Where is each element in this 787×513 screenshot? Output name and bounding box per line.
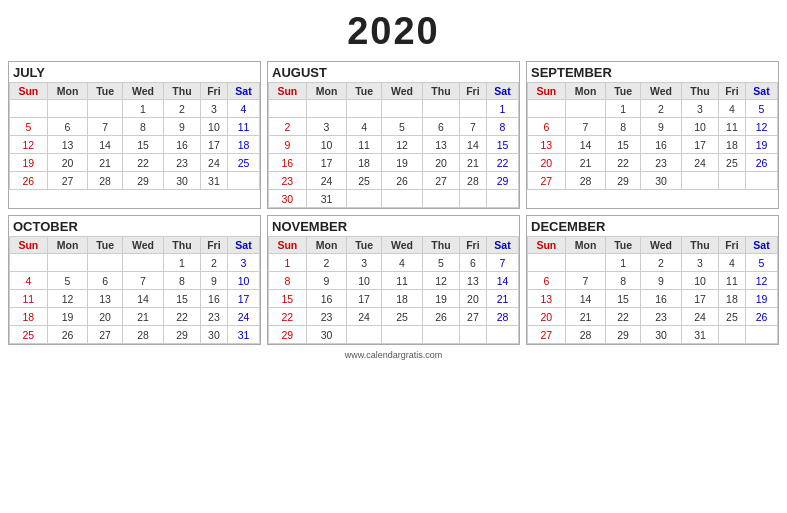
calendar-day [269, 100, 307, 118]
calendar-day: 8 [606, 118, 641, 136]
calendar-day: 28 [565, 172, 606, 190]
calendar-day: 18 [347, 154, 382, 172]
calendar-day [486, 190, 518, 208]
day-header-wed: Wed [122, 83, 163, 100]
month-title: OCTOBER [9, 216, 260, 236]
calendar-day: 23 [306, 308, 347, 326]
calendar-day [347, 100, 382, 118]
calendar-day: 31 [200, 172, 227, 190]
calendar-day: 14 [565, 136, 606, 154]
calendar-day: 26 [745, 308, 777, 326]
day-header-fri: Fri [200, 237, 227, 254]
calendar-day [10, 100, 48, 118]
month-block-november: NOVEMBERSunMonTueWedThuFriSat12345678910… [267, 215, 520, 345]
calendar-day: 30 [306, 326, 347, 344]
month-title: JULY [9, 62, 260, 82]
calendar-day: 25 [347, 172, 382, 190]
calendar-day: 3 [200, 100, 227, 118]
calendar-day: 13 [528, 136, 566, 154]
calendar-day: 2 [640, 254, 681, 272]
day-header-tue: Tue [606, 83, 641, 100]
calendar-day: 1 [606, 254, 641, 272]
month-block-december: DECEMBERSunMonTueWedThuFriSat12345678910… [526, 215, 779, 345]
calendar-day: 12 [423, 272, 460, 290]
day-header-tue: Tue [88, 237, 123, 254]
day-header-mon: Mon [47, 83, 88, 100]
calendar-day: 2 [164, 100, 201, 118]
calendar-day: 5 [745, 100, 777, 118]
calendar-day: 29 [164, 326, 201, 344]
calendar-day: 21 [486, 290, 518, 308]
calendar-day: 21 [565, 308, 606, 326]
calendar-day [381, 190, 422, 208]
calendar-day [423, 190, 460, 208]
calendar-day: 7 [459, 118, 486, 136]
calendar-day: 14 [459, 136, 486, 154]
calendar-day: 14 [486, 272, 518, 290]
calendar-day: 1 [606, 100, 641, 118]
calendar-day: 5 [423, 254, 460, 272]
calendar-day: 27 [528, 172, 566, 190]
calendar-day: 28 [88, 172, 123, 190]
day-header-tue: Tue [88, 83, 123, 100]
calendar-day: 18 [381, 290, 422, 308]
calendar-day: 10 [347, 272, 382, 290]
calendar-day: 15 [606, 290, 641, 308]
day-header-wed: Wed [640, 83, 681, 100]
calendar-day: 18 [718, 136, 745, 154]
day-header-tue: Tue [347, 83, 382, 100]
day-header-wed: Wed [381, 83, 422, 100]
calendar-day: 4 [227, 100, 259, 118]
calendar-day: 25 [718, 308, 745, 326]
calendar-day: 22 [269, 308, 307, 326]
calendar-day [486, 326, 518, 344]
day-header-wed: Wed [122, 237, 163, 254]
month-block-august: AUGUSTSunMonTueWedThuFriSat1234567891011… [267, 61, 520, 209]
calendar-day: 17 [682, 136, 719, 154]
calendar-day: 8 [164, 272, 201, 290]
day-header-sun: Sun [269, 237, 307, 254]
calendar-day: 31 [682, 326, 719, 344]
calendar-day: 12 [745, 118, 777, 136]
calendar-day: 22 [606, 154, 641, 172]
calendar-day: 16 [640, 136, 681, 154]
calendar-day: 19 [423, 290, 460, 308]
calendar-day [565, 254, 606, 272]
calendar-day: 27 [88, 326, 123, 344]
calendar-day: 27 [528, 326, 566, 344]
day-header-sun: Sun [528, 237, 566, 254]
calendar-day [47, 100, 88, 118]
day-header-thu: Thu [682, 83, 719, 100]
calendar-day: 20 [528, 154, 566, 172]
calendar-day: 25 [227, 154, 259, 172]
calendar-day: 16 [306, 290, 347, 308]
calendar-day: 26 [745, 154, 777, 172]
calendar-day: 6 [47, 118, 88, 136]
calendar-day: 23 [640, 154, 681, 172]
calendar-day: 21 [565, 154, 606, 172]
calendar-day: 27 [47, 172, 88, 190]
calendar-day: 7 [88, 118, 123, 136]
calendar-day [565, 100, 606, 118]
day-header-sat: Sat [227, 83, 259, 100]
day-header-sun: Sun [269, 83, 307, 100]
calendar-day [682, 172, 719, 190]
calendar-day: 4 [10, 272, 48, 290]
calendar-day: 16 [200, 290, 227, 308]
calendar-day: 26 [47, 326, 88, 344]
calendar-day: 20 [423, 154, 460, 172]
day-header-sun: Sun [10, 237, 48, 254]
calendar-day: 10 [306, 136, 347, 154]
calendar-day: 9 [306, 272, 347, 290]
calendar-day [88, 100, 123, 118]
calendar-day: 6 [88, 272, 123, 290]
calendar-day: 28 [565, 326, 606, 344]
calendar-day: 18 [10, 308, 48, 326]
calendar-day: 20 [459, 290, 486, 308]
calendar-day: 21 [459, 154, 486, 172]
calendar-day: 31 [227, 326, 259, 344]
calendar-day: 11 [227, 118, 259, 136]
calendar-day: 31 [306, 190, 347, 208]
calendar-day: 16 [164, 136, 201, 154]
day-header-sat: Sat [745, 237, 777, 254]
